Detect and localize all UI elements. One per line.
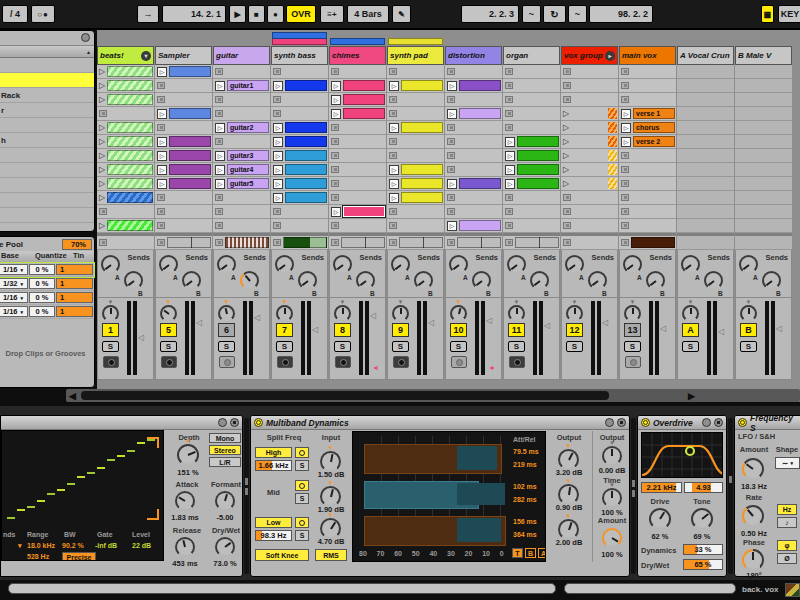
clip[interactable] [517, 136, 559, 147]
send-a-knob[interactable] [623, 255, 642, 274]
bw-value[interactable]: 90.2 % [62, 542, 84, 549]
browser-item[interactable]: r [0, 103, 94, 118]
clip-stop-button[interactable] [563, 194, 571, 201]
clip-stop-button[interactable] [389, 222, 397, 229]
browser-item[interactable] [0, 58, 94, 73]
low-band-button[interactable]: Low [255, 517, 292, 528]
fs-amount-knob[interactable] [742, 458, 764, 480]
device-power-icon[interactable] [254, 418, 263, 427]
clip-launch-button[interactable]: ▷ [389, 123, 399, 133]
col-quantize[interactable]: Quantize [35, 251, 73, 262]
clip-slot[interactable]: ▷ [155, 163, 212, 177]
hot-swap-icon[interactable] [218, 418, 227, 427]
clip[interactable] [169, 164, 211, 175]
clip-slot[interactable] [97, 236, 154, 250]
clip-stop-button[interactable] [447, 239, 455, 246]
pan-knob[interactable]: ▼ [276, 305, 293, 322]
lr-button[interactable]: L/R [209, 457, 241, 467]
rate-hz-button[interactable]: Hz [777, 504, 797, 515]
clip-slot[interactable] [619, 177, 676, 191]
clip-launch-icon[interactable]: ▷ [563, 166, 569, 174]
send-b-knob[interactable] [356, 271, 375, 290]
unfold-down-icon[interactable]: ▾ [141, 51, 151, 61]
clip-slot[interactable] [155, 79, 212, 93]
clip-slot[interactable]: ▷ [97, 219, 154, 233]
device-hscrollbar-handle[interactable] [564, 583, 736, 594]
arm-button[interactable] [161, 356, 177, 368]
arm-button[interactable] [393, 356, 409, 368]
clip-launch-button[interactable]: ▷ [621, 137, 631, 147]
clip-launch-button[interactable]: ▷ [273, 123, 283, 133]
clip-slot[interactable] [445, 65, 502, 79]
audio-clip[interactable] [515, 237, 559, 248]
clip-stop-button[interactable] [215, 194, 223, 201]
browser-item[interactable]: h [0, 133, 94, 148]
solo-button[interactable]: S [218, 341, 235, 352]
arm-button[interactable] [335, 356, 351, 368]
hot-swap-icon[interactable] [702, 418, 711, 427]
amount-knob[interactable] [602, 528, 622, 548]
groove-row[interactable]: 1/16▾0 %1 [0, 291, 94, 305]
send-a-knob[interactable] [681, 255, 700, 274]
arm-button[interactable] [509, 356, 525, 368]
rate-knob[interactable] [742, 505, 764, 527]
phase-spin-button[interactable]: Ø [777, 553, 797, 564]
clip-launch-button[interactable]: ▷ [157, 151, 167, 161]
draw-automation-button[interactable]: ≡+ [320, 5, 344, 23]
clip-stop-button[interactable] [505, 222, 513, 229]
track-header[interactable]: guitar [213, 46, 270, 65]
arm-button[interactable] [625, 356, 641, 368]
clip-slot[interactable]: ▷ [561, 107, 618, 121]
clip[interactable] [285, 122, 327, 133]
clip-slot[interactable]: ▷ [387, 191, 444, 205]
track-header[interactable]: B Male V [735, 46, 792, 65]
shape-selector[interactable]: ∼ ▾ [775, 457, 800, 469]
filter-freq-field[interactable]: 2.21 kHz [641, 482, 682, 493]
clip-stop-button[interactable] [621, 239, 629, 246]
clip-launch-button[interactable]: ▷ [273, 193, 283, 203]
groove-quantize-field[interactable]: 0 % [29, 306, 55, 317]
clip-stop-button[interactable] [215, 208, 223, 215]
browser-item[interactable] [0, 193, 94, 208]
clip-slot[interactable] [445, 163, 502, 177]
attack-value[interactable]: 1.83 ms [165, 513, 205, 522]
scroll-right-icon[interactable]: ▶ [688, 391, 695, 401]
clip-stop-button[interactable] [447, 68, 455, 75]
quantization-menu[interactable]: 4 Bars [347, 5, 389, 23]
arm-button[interactable] [277, 356, 293, 368]
clip-slot[interactable] [387, 65, 444, 79]
clip-stop-button[interactable] [273, 208, 281, 215]
metronome-button[interactable]: ○● [31, 5, 55, 23]
clip-slot[interactable] [445, 135, 502, 149]
clip[interactable]: guitar3 [227, 150, 269, 161]
clip-stop-button[interactable] [563, 68, 571, 75]
clip-slot[interactable] [271, 107, 328, 121]
volume-fader-handle[interactable]: ◁ [254, 314, 260, 322]
groove-quantize-field[interactable]: 0 % [29, 292, 55, 303]
clip-slot[interactable] [619, 65, 676, 79]
tone-value[interactable]: 69 % [686, 532, 718, 541]
range-hi-value[interactable]: 18.0 kHz [27, 542, 55, 549]
clip[interactable] [401, 80, 443, 91]
fs-amount-value[interactable]: 18.3 Hz [735, 482, 773, 491]
high-power-button[interactable] [295, 447, 309, 458]
clip-stop-button[interactable] [563, 222, 571, 229]
clip-stop-button[interactable] [157, 82, 165, 89]
solo-button[interactable]: S [334, 341, 351, 352]
draw-mode-pencil-button[interactable]: ✎ [392, 5, 411, 23]
clip-launch-button[interactable]: ▷ [215, 165, 225, 175]
clip[interactable]: verse 1 [633, 108, 675, 119]
clip-launch-button[interactable]: ▷ [157, 179, 167, 189]
clip-slot[interactable] [503, 191, 560, 205]
clip-slot[interactable]: ▷ [387, 163, 444, 177]
clip-stop-button[interactable] [99, 239, 107, 246]
clip-slot[interactable]: ▷ [97, 135, 154, 149]
clip-launch-button[interactable]: ▷ [215, 123, 225, 133]
clip-stop-button[interactable] [563, 96, 571, 103]
clip-slot[interactable]: ▷guitar4 [213, 163, 270, 177]
audio-clip[interactable] [167, 237, 211, 248]
clip-stop-button[interactable] [447, 208, 455, 215]
clip-slot[interactable] [271, 236, 328, 250]
output-value-mid[interactable]: 0.90 dB [549, 503, 589, 512]
clip-stop-button[interactable] [389, 68, 397, 75]
